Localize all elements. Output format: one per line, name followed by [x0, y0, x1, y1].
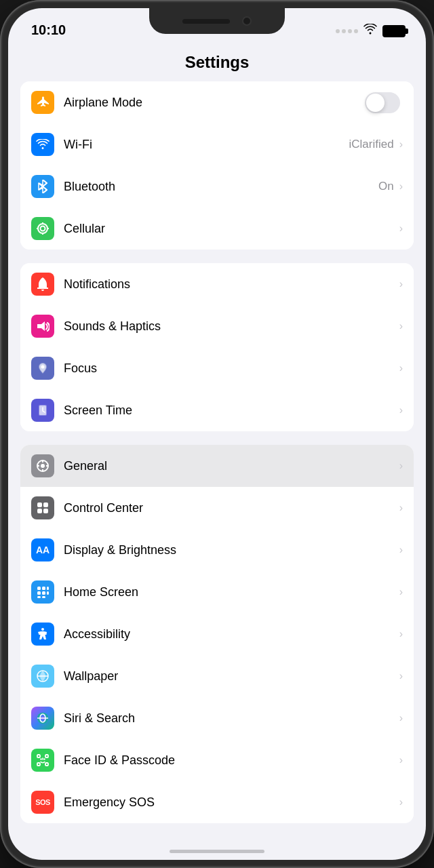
status-icons — [336, 24, 406, 38]
signal-dot-1 — [336, 29, 340, 33]
svg-rect-25 — [47, 591, 49, 595]
svg-rect-18 — [37, 509, 42, 513]
svg-point-7 — [41, 366, 45, 369]
sounds-haptics-chevron: › — [399, 320, 403, 332]
home-screen-icon — [31, 580, 54, 604]
bluetooth-value: On — [378, 180, 394, 193]
cellular-chevron: › — [399, 222, 403, 235]
svg-point-0 — [38, 224, 47, 233]
siri-search-label: Siri & Search — [64, 711, 398, 726]
general-icon — [31, 454, 54, 477]
battery-icon — [382, 25, 406, 37]
svg-point-1 — [41, 226, 45, 231]
svg-rect-24 — [42, 591, 45, 595]
svg-rect-36 — [45, 763, 48, 766]
svg-rect-22 — [47, 587, 49, 590]
bluetooth-chevron: › — [399, 180, 403, 193]
airplane-mode-label: Airplane Mode — [64, 96, 365, 110]
svg-rect-20 — [37, 587, 41, 590]
signal-dot-3 — [348, 29, 352, 33]
svg-rect-33 — [37, 755, 40, 757]
wallpaper-chevron: › — [399, 670, 403, 682]
wifi-label: Wi-Fi — [64, 138, 349, 152]
phone-screen: 10:10 — [8, 8, 426, 860]
notifications-chevron: › — [399, 278, 403, 290]
accessibility-icon — [31, 623, 54, 646]
home-screen-row[interactable]: Home Screen › — [20, 571, 414, 613]
sounds-haptics-row[interactable]: Sounds & Haptics › — [20, 305, 414, 347]
wifi-row-icon — [31, 133, 54, 156]
notifications-section: Notifications › Sounds & Haptics › — [20, 263, 414, 431]
airplane-mode-icon — [31, 91, 54, 114]
svg-rect-17 — [43, 502, 48, 507]
emergency-sos-row[interactable]: SOS Emergency SOS › — [20, 781, 414, 823]
wifi-chevron: › — [399, 138, 403, 151]
focus-icon — [31, 357, 54, 380]
emergency-sos-chevron: › — [399, 796, 403, 808]
svg-rect-21 — [42, 587, 45, 590]
general-chevron: › — [399, 460, 403, 472]
face-id-label: Face ID & Passcode — [64, 753, 398, 768]
control-center-label: Control Center — [64, 501, 398, 515]
signal-dot-4 — [354, 29, 358, 33]
focus-row[interactable]: Focus › — [20, 347, 414, 389]
bluetooth-icon — [31, 175, 54, 198]
display-brightness-icon: AA — [31, 538, 54, 561]
signal-icon — [336, 29, 358, 33]
page-title: Settings — [8, 42, 426, 81]
wallpaper-row[interactable]: Wallpaper › — [20, 655, 414, 697]
focus-chevron: › — [399, 362, 403, 374]
wifi-row[interactable]: Wi-Fi iClarified › — [20, 123, 414, 165]
svg-point-28 — [41, 628, 44, 631]
svg-rect-27 — [42, 596, 45, 598]
face-id-icon — [31, 749, 54, 772]
wifi-value: iClarified — [349, 138, 394, 151]
screen-time-row[interactable]: Screen Time › — [20, 389, 414, 431]
control-center-row[interactable]: Control Center › — [20, 487, 414, 529]
bluetooth-label: Bluetooth — [64, 180, 378, 194]
home-screen-label: Home Screen — [64, 585, 398, 599]
accessibility-chevron: › — [399, 628, 403, 640]
bluetooth-row[interactable]: Bluetooth On › — [20, 165, 414, 208]
camera — [242, 16, 252, 26]
notch — [149, 8, 285, 34]
connectivity-section: Airplane Mode Wi-Fi iClarified › — [20, 81, 414, 250]
focus-label: Focus — [64, 361, 398, 376]
svg-rect-26 — [37, 596, 41, 598]
screen-time-icon — [31, 399, 54, 422]
accessibility-row[interactable]: Accessibility › — [20, 613, 414, 655]
airplane-mode-row[interactable]: Airplane Mode — [20, 81, 414, 123]
emergency-sos-label: Emergency SOS — [64, 795, 398, 810]
wallpaper-label: Wallpaper — [64, 669, 398, 684]
settings-content[interactable]: Settings Airplane Mode — [8, 42, 426, 860]
wallpaper-icon — [31, 665, 54, 688]
airplane-mode-toggle[interactable] — [365, 92, 400, 113]
svg-point-38 — [43, 758, 45, 760]
notifications-row[interactable]: Notifications › — [20, 263, 414, 305]
emergency-sos-icon: SOS — [31, 791, 54, 814]
screen-time-label: Screen Time — [64, 403, 398, 418]
display-brightness-row[interactable]: AA Display & Brightness › — [20, 529, 414, 571]
display-brightness-label: Display & Brightness — [64, 543, 398, 557]
cellular-label: Cellular — [64, 222, 398, 236]
sounds-haptics-icon — [31, 315, 54, 338]
display-section: General › Control Center › — [20, 445, 414, 823]
svg-rect-16 — [37, 502, 42, 507]
general-label: General — [64, 459, 398, 473]
general-row[interactable]: General › — [20, 445, 414, 487]
speaker — [182, 19, 230, 24]
home-indicator[interactable] — [170, 850, 264, 853]
phone-frame: 10:10 — [0, 0, 434, 868]
siri-search-icon — [31, 707, 54, 730]
svg-rect-35 — [37, 763, 40, 766]
face-id-chevron: › — [399, 754, 403, 766]
wifi-status-icon — [363, 24, 377, 38]
siri-search-row[interactable]: Siri & Search › — [20, 697, 414, 739]
control-center-chevron: › — [399, 502, 403, 514]
face-id-row[interactable]: Face ID & Passcode › — [20, 739, 414, 781]
accessibility-label: Accessibility — [64, 627, 398, 642]
svg-rect-34 — [45, 755, 48, 757]
cellular-row[interactable]: Cellular › — [20, 208, 414, 250]
siri-search-chevron: › — [399, 712, 403, 724]
sounds-haptics-label: Sounds & Haptics — [64, 319, 398, 334]
